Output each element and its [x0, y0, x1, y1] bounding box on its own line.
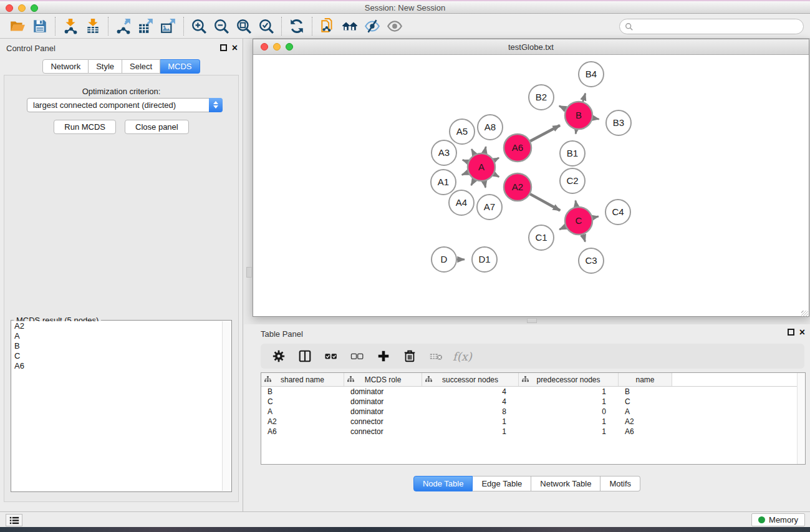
node-A[interactable]: A [468, 153, 495, 181]
edge-A-A3[interactable] [463, 160, 468, 162]
network-window-titlebar[interactable]: testGlobe.txt [253, 39, 809, 55]
column-header-successor-nodes[interactable]: successor nodes [422, 373, 519, 386]
edge-A-A2[interactable] [494, 174, 499, 177]
zoom-out-button[interactable] [210, 16, 233, 36]
edge-A-A1[interactable] [462, 172, 468, 175]
tab-edge-table[interactable]: Edge Table [473, 476, 531, 491]
edge-A6-B[interactable] [530, 125, 560, 141]
cell-successor-nodes[interactable]: 8 [422, 407, 519, 417]
network-view-window[interactable]: testGlobe.txt B4B2BB3A8A5A6A3B1AC2A1A2A4… [253, 39, 809, 317]
tab-style[interactable]: Style [89, 59, 122, 74]
node-A4[interactable]: A4 [449, 190, 474, 215]
close-panel-button[interactable]: Close panel [125, 120, 189, 134]
export-image-button[interactable] [157, 16, 180, 36]
window-resize-grip[interactable] [801, 311, 808, 317]
edge-B-B2[interactable] [559, 106, 566, 109]
cell-name[interactable]: A2 [619, 417, 672, 427]
tab-mcds[interactable]: MCDS [160, 59, 200, 74]
column-header-shared-name[interactable]: shared name [261, 373, 344, 386]
node-B2[interactable]: B2 [529, 85, 554, 110]
delete-column-button[interactable] [398, 346, 422, 366]
node-B3[interactable]: B3 [606, 110, 631, 135]
export-network-button[interactable] [112, 16, 135, 36]
delete-table-button[interactable] [424, 346, 448, 366]
edge-B-B1[interactable] [576, 130, 576, 134]
tab-network-table[interactable]: Network Table [531, 476, 600, 491]
first-neighbors-button[interactable] [339, 16, 361, 36]
tab-select[interactable]: Select [122, 59, 160, 74]
table-row[interactable]: Adominator80A [261, 407, 805, 417]
tab-node-table[interactable]: Node Table [413, 476, 473, 491]
node-C4[interactable]: C4 [605, 200, 630, 225]
cell-shared-name[interactable]: A6 [261, 427, 344, 437]
column-header-predecessor-nodes[interactable]: predecessor nodes [519, 373, 619, 386]
node-A2[interactable]: A2 [504, 173, 531, 201]
mcds-result-item[interactable]: A [12, 331, 222, 341]
memory-button[interactable]: Memory [751, 513, 805, 526]
cell-name[interactable]: A [619, 407, 672, 417]
network-from-selection-button[interactable] [316, 16, 339, 36]
edge-A2-C[interactable] [530, 194, 560, 210]
node-table[interactable]: shared nameMCDS rolesuccessor nodesprede… [261, 372, 806, 465]
cell-MCDS-role[interactable]: connector [344, 417, 422, 427]
import-network-button[interactable] [59, 16, 82, 36]
node-B1[interactable]: B1 [560, 141, 585, 166]
show-graphics-details-button[interactable] [383, 16, 406, 36]
node-B[interactable]: B [565, 102, 592, 129]
node-D[interactable]: D [432, 247, 456, 272]
horizontal-scrollbar-thumb[interactable] [527, 318, 537, 323]
hide-graphics-details-button[interactable] [361, 16, 383, 36]
table-row[interactable]: A6connector11A6 [261, 427, 805, 437]
cell-shared-name[interactable]: A [261, 407, 344, 417]
float-panel-icon[interactable] [220, 44, 227, 51]
vertical-scrollbar-thumb[interactable] [246, 267, 252, 278]
mcds-result-item[interactable]: C [12, 351, 222, 361]
edge-C-C4[interactable] [592, 216, 598, 218]
node-A6[interactable]: A6 [504, 134, 531, 162]
cell-MCDS-role[interactable]: dominator [344, 387, 422, 397]
close-table-panel-icon[interactable]: × [799, 329, 805, 336]
mcds-result-item[interactable]: A2 [12, 321, 222, 331]
node-A1[interactable]: A1 [431, 170, 456, 195]
network-graph[interactable]: B4B2BB3A8A5A6A3B1AC2A1A2A4A7C4CC1C3DD1 [253, 55, 809, 316]
edge-C-C2[interactable] [576, 201, 577, 207]
edge-C-C3[interactable] [583, 235, 586, 242]
node-B4[interactable]: B4 [579, 62, 604, 87]
column-header-name[interactable]: name [619, 373, 672, 386]
node-A8[interactable]: A8 [478, 115, 503, 140]
cell-predecessor-nodes[interactable]: 1 [519, 417, 619, 427]
open-session-button[interactable] [6, 16, 29, 36]
table-row[interactable]: Cdominator41C [261, 397, 805, 407]
close-panel-icon[interactable]: × [232, 44, 238, 51]
cell-name[interactable]: C [619, 397, 672, 407]
cell-MCDS-role[interactable]: dominator [344, 397, 422, 407]
cell-predecessor-nodes[interactable]: 1 [519, 427, 619, 437]
table-row[interactable]: Bdominator41B [261, 387, 805, 397]
edge-A-A5[interactable] [471, 149, 475, 155]
cell-predecessor-nodes[interactable]: 1 [519, 397, 619, 407]
refresh-layout-button[interactable] [286, 16, 308, 36]
cell-successor-nodes[interactable]: 1 [422, 427, 519, 437]
select-all-columns-button[interactable] [319, 346, 343, 366]
edge-A-A6[interactable] [494, 158, 499, 160]
node-A7[interactable]: A7 [477, 195, 502, 220]
edge-B-B3[interactable] [593, 118, 599, 119]
mcds-result-list[interactable]: A2ABCA6 [12, 321, 222, 491]
edge-B-B4[interactable] [583, 94, 586, 102]
cell-shared-name[interactable]: A2 [261, 417, 344, 427]
cell-MCDS-role[interactable]: connector [344, 427, 422, 437]
node-A5[interactable]: A5 [450, 119, 475, 144]
tab-motifs[interactable]: Motifs [600, 476, 640, 491]
cell-shared-name[interactable]: B [261, 387, 344, 397]
add-column-button[interactable] [372, 346, 395, 366]
function-builder-button[interactable]: f(x) [450, 350, 472, 363]
edge-C-C1[interactable] [559, 226, 566, 229]
edge-A-A8[interactable] [485, 147, 486, 153]
tab-network[interactable]: Network [42, 59, 89, 74]
task-history-button[interactable] [6, 514, 22, 526]
float-table-panel-icon[interactable] [788, 329, 794, 336]
zoom-fit-button[interactable] [233, 16, 255, 36]
node-C1[interactable]: C1 [529, 225, 554, 250]
column-layout-button[interactable] [293, 346, 317, 366]
table-row[interactable]: A2connector11A2 [261, 417, 805, 427]
